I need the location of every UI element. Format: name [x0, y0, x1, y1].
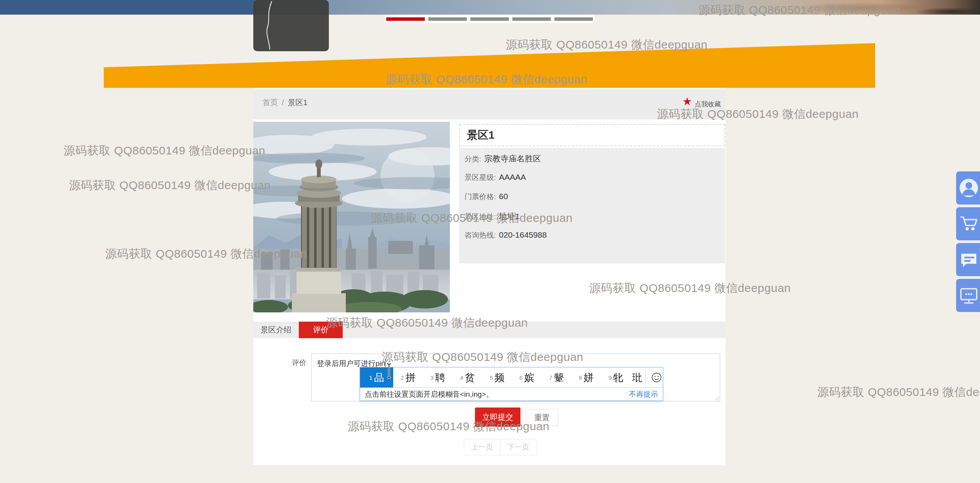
watermark-text: 源码获取 QQ86050149 微信deepguan	[69, 178, 271, 193]
scenic-title: 景区1	[467, 128, 495, 143]
text-caret	[385, 359, 386, 367]
carousel-indicator[interactable]	[470, 17, 509, 21]
detail-label: 景区星级:	[465, 173, 496, 181]
ime-candidate-bar: 1品2拼3聘4贫5频6嫔7颦8姘9牝玭	[360, 367, 663, 387]
tab-review[interactable]: 评价	[299, 322, 343, 338]
detail-label: 分类:	[465, 155, 481, 163]
scenic-info-box: 分类:宗教寺庙名胜区景区星级:AAAAA门票价格:60景区地址:地址1咨询热线:…	[459, 148, 725, 263]
ime-candidate[interactable]: 2拼	[393, 367, 423, 387]
detail-value: 60	[499, 192, 508, 201]
carousel-indicators	[384, 15, 595, 23]
detail-value: AAAAA	[499, 173, 526, 181]
pagination: 上一页 下一页	[464, 439, 537, 455]
favorite-star-icon[interactable]: ★	[682, 96, 692, 107]
promo-banner	[104, 43, 875, 88]
ime-candidate[interactable]: 8姘	[571, 367, 601, 387]
ime-candidate[interactable]: 4贫	[453, 367, 482, 387]
ime-candidate[interactable]: 玭	[631, 367, 645, 387]
ime-candidate[interactable]: 7颦	[542, 367, 571, 387]
submit-button[interactable]: 立即提交	[475, 408, 520, 427]
reset-button[interactable]: 重置	[526, 409, 558, 426]
sidebar-cart-button[interactable]	[956, 207, 980, 240]
ime-tip-row: 点击前往设置页面开启模糊音<in,ing>。 不再提示	[360, 387, 663, 401]
detail-row: 景区地址:地址1	[465, 211, 520, 222]
carousel-image-strip	[0, 0, 980, 15]
detail-label: 景区地址:	[465, 213, 496, 221]
prev-page-button[interactable]: 上一页	[464, 439, 500, 455]
comment-label: 评价	[292, 358, 306, 368]
ime-tip-text: 点击前往设置页面开启模糊音<in,ing>。	[365, 389, 629, 399]
ime-candidate[interactable]: 3聘	[423, 367, 453, 387]
breadcrumb-home-link[interactable]: 首页	[263, 98, 278, 107]
carousel-indicator[interactable]	[386, 17, 425, 21]
resize-grip[interactable]	[714, 395, 719, 400]
detail-label: 门票价格:	[465, 193, 496, 201]
tab-bar: 景区介绍 评价	[253, 322, 726, 338]
detail-row: 门票价格:60	[465, 192, 508, 202]
carousel-prev-button[interactable]	[253, 0, 329, 51]
sidebar-chat-button[interactable]	[956, 243, 980, 276]
breadcrumb: 首页/景区1	[263, 97, 312, 108]
detail-row: 景区星级:AAAAA	[465, 173, 526, 183]
scenic-photo-illustration	[253, 122, 450, 312]
monitor-icon	[959, 285, 979, 305]
tab-introduction[interactable]: 景区介绍	[253, 322, 299, 338]
watermark-text: 源码获取 QQ86050149 微信deepguan	[64, 143, 265, 159]
next-page-button[interactable]: 下一页	[500, 439, 537, 455]
ime-panel: 1品2拼3聘4贫5频6嫔7颦8姘9牝玭 点击前往设置页面开启模糊音<in,ing…	[360, 367, 663, 401]
detail-value: 宗教寺庙名胜区	[484, 154, 541, 163]
scenic-title-box: 景区1	[459, 124, 725, 146]
ime-candidate[interactable]: 6嫔	[512, 367, 542, 387]
ime-dismiss-link[interactable]: 不再提示	[629, 389, 658, 399]
carousel-indicator[interactable]	[512, 17, 551, 21]
breadcrumb-bar	[253, 89, 726, 119]
breadcrumb-separator: /	[282, 98, 284, 107]
scenic-photo	[253, 122, 450, 312]
user-icon	[959, 178, 979, 198]
cart-icon	[959, 214, 979, 234]
page: 首页/景区1	[0, 0, 980, 483]
carousel-indicator[interactable]	[428, 17, 467, 21]
ime-candidate[interactable]: 5频	[482, 367, 512, 387]
prev-arrow-icon	[253, 0, 329, 51]
ime-candidate[interactable]: 1品	[360, 367, 393, 387]
emoji-button-icon[interactable]	[646, 367, 663, 387]
detail-row: 咨询热线:020-1645988	[465, 230, 547, 240]
sidebar-monitor-button[interactable]	[956, 279, 980, 312]
sidebar-user-button[interactable]	[956, 171, 980, 205]
chat-icon	[959, 250, 979, 270]
detail-value: 020-1645988	[499, 230, 547, 239]
detail-label: 咨询热线:	[465, 231, 496, 239]
watermark-text: 源码获取 QQ86050149 微信deepguan	[817, 384, 980, 400]
ime-composition-text: pin	[375, 359, 385, 368]
favorite-label[interactable]: 点我收藏	[695, 100, 721, 109]
detail-row: 分类:宗教寺庙名胜区	[465, 153, 541, 164]
detail-value: 地址1	[499, 212, 520, 221]
ime-candidate[interactable]: 9牝	[601, 367, 631, 387]
carousel-indicator[interactable]	[554, 17, 593, 21]
breadcrumb-current: 景区1	[288, 98, 308, 107]
